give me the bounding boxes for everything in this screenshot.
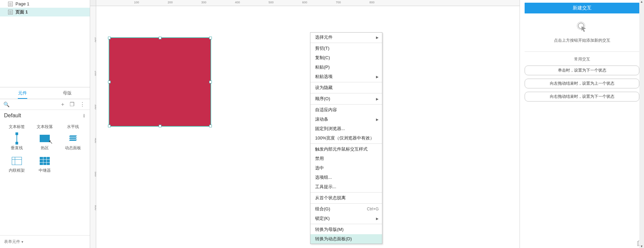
- menu-item-label: 粘贴选项: [315, 74, 333, 80]
- search-icon[interactable]: 🔍: [3, 101, 10, 108]
- more-icon[interactable]: ⋮: [78, 101, 86, 108]
- resize-handle[interactable]: [159, 37, 161, 39]
- resize-handle[interactable]: [108, 37, 111, 39]
- menu-item-label: 锁定(K): [315, 215, 330, 221]
- page-icon: [8, 2, 13, 6]
- context-menu-item[interactable]: 触发内部元件鼠标交互样式: [310, 144, 382, 154]
- menu-separator: [310, 43, 382, 43]
- context-menu: 选择元件▶剪切(T)复制(C)粘贴(P)粘贴选项▶设为隐藏顺序(O)▶自适应内容…: [310, 32, 382, 244]
- scrollbar-vertical[interactable]: ▲ ▼: [639, 0, 644, 248]
- context-menu-item[interactable]: 复制(C): [310, 53, 382, 63]
- canvas-inner[interactable]: 选择元件▶剪切(T)复制(C)粘贴(P)粘贴选项▶设为隐藏顺序(O)▶自适应内容…: [96, 6, 520, 248]
- context-menu-item[interactable]: 转换为动态面板(D): [310, 234, 382, 244]
- context-menu-item[interactable]: 组合(G)Ctrl+G: [310, 204, 382, 214]
- library-tabs: 元件 母版: [0, 87, 90, 99]
- widget-dynamic-panel[interactable]: 动态面板: [59, 131, 87, 154]
- menu-separator: [310, 93, 382, 93]
- widget-vertical-line[interactable]: 垂直线: [3, 131, 31, 154]
- section-label: 表单元件: [4, 239, 20, 245]
- submenu-arrow-icon: ▶: [376, 75, 379, 79]
- submenu-arrow-icon: ▶: [376, 97, 379, 101]
- context-menu-item[interactable]: 选择元件▶: [310, 33, 382, 42]
- menu-item-label: 禁用: [315, 156, 324, 162]
- resize-handle[interactable]: [209, 81, 212, 83]
- context-menu-item[interactable]: 转换为母版(M): [310, 225, 382, 234]
- widget-repeater[interactable]: 中继器: [31, 154, 59, 176]
- resize-handle[interactable]: [209, 37, 212, 39]
- library-name-label: Default: [4, 113, 21, 119]
- scroll-up-icon[interactable]: ▲: [639, 0, 644, 3]
- widget-horizontal-line[interactable]: 水平线: [59, 123, 87, 131]
- menu-item-label: 选项组...: [315, 174, 332, 180]
- menu-item-label: 转换为动态面板(D): [315, 236, 352, 242]
- resize-handle[interactable]: [209, 125, 212, 127]
- menu-item-label: 组合(G): [315, 206, 330, 212]
- tab-masters[interactable]: 母版: [45, 87, 90, 99]
- menu-item-label: 粘贴(P): [315, 64, 330, 70]
- menu-shortcut: Ctrl+G: [367, 207, 379, 211]
- context-menu-item[interactable]: 禁用: [310, 154, 382, 163]
- context-menu-item[interactable]: 粘贴选项▶: [310, 72, 382, 81]
- ruler-tick: 500: [268, 1, 273, 4]
- context-menu-item[interactable]: 从首个状态脱离: [310, 193, 382, 203]
- submenu-arrow-icon: ▶: [376, 217, 379, 220]
- widget-text-paragraph[interactable]: 文本段落: [31, 123, 59, 131]
- library-selector[interactable]: Default ▲▼: [0, 110, 90, 121]
- library-section-form[interactable]: 表单元件▼: [0, 235, 90, 248]
- ruler-corner: [90, 0, 96, 6]
- new-interaction-button[interactable]: 新建交互: [525, 3, 639, 13]
- resize-handle[interactable]: [108, 81, 111, 83]
- context-menu-item[interactable]: 自适应内容: [310, 105, 382, 115]
- context-menu-item[interactable]: 选项组...: [310, 173, 382, 182]
- interaction-hint: 点击上方按钮开始添加新的交互: [525, 38, 639, 43]
- context-menu-item[interactable]: 设为隐藏: [310, 83, 382, 92]
- page-item[interactable]: Page 1: [0, 0, 90, 8]
- menu-item-label: 剪切(T): [315, 45, 330, 51]
- menu-separator: [310, 104, 382, 105]
- common-interaction-button[interactable]: 向左拖动结束时，设置为上一个状态: [525, 79, 639, 88]
- common-interaction-button[interactable]: 向右拖动结束时，设置为下一个状态: [525, 92, 639, 101]
- context-menu-item[interactable]: 工具提示...: [310, 182, 382, 192]
- widget-inline-frame[interactable]: 内联框架: [3, 154, 31, 176]
- context-menu-item[interactable]: 选中: [310, 163, 382, 173]
- canvas-area[interactable]: 100200300400500600700800 100200300400500…: [90, 0, 520, 248]
- interaction-placeholder: [525, 20, 639, 34]
- panel-icon: [69, 135, 77, 142]
- context-menu-item[interactable]: 锁定(K)▶: [310, 214, 382, 223]
- selected-rectangle[interactable]: [109, 38, 211, 126]
- click-cursor-icon: [575, 20, 589, 34]
- updown-icon: ▲▼: [82, 113, 86, 118]
- context-menu-item[interactable]: 100%宽度（仅浏览器中有效）: [310, 133, 382, 143]
- context-menu-item[interactable]: 顺序(O)▶: [310, 94, 382, 104]
- right-panel: 新建交互 点击上方按钮开始添加新的交互 常用交互 单击时，设置为下一个状态 向左…: [520, 0, 644, 248]
- menu-item-label: 固定到浏览器...: [315, 126, 345, 132]
- triangle-down-icon: ▼: [21, 240, 24, 244]
- widget-hotspot[interactable]: ↖ 热区: [31, 131, 59, 154]
- scroll-down-icon[interactable]: ▼: [639, 245, 644, 248]
- menu-item-label: 设为隐藏: [315, 85, 333, 91]
- context-menu-item[interactable]: 剪切(T): [310, 44, 382, 53]
- page-item-selected[interactable]: 页面 1: [0, 8, 90, 16]
- common-interaction-button[interactable]: 单击时，设置为下一个状态: [525, 66, 639, 75]
- submenu-arrow-icon: ▶: [376, 118, 379, 121]
- ruler-tick: 400: [235, 1, 240, 4]
- menu-item-label: 自适应内容: [315, 107, 337, 113]
- widget-text-label[interactable]: 文本标签: [3, 123, 31, 131]
- pages-list: Page 1 页面 1: [0, 0, 90, 87]
- context-menu-item[interactable]: 固定到浏览器...: [310, 124, 382, 133]
- menu-item-label: 转换为母版(M): [315, 226, 344, 233]
- context-menu-item[interactable]: 滚动条▶: [310, 115, 382, 124]
- widgets-grid: 文本标签 文本段落 水平线 垂直线 ↖ 热区 动态面板 内联框架 中继器: [0, 121, 90, 177]
- divider: [525, 51, 639, 52]
- context-menu-item[interactable]: 粘贴(P): [310, 63, 382, 72]
- add-icon[interactable]: +: [60, 101, 66, 108]
- duplicate-icon[interactable]: ❐: [68, 101, 76, 108]
- tab-widgets[interactable]: 元件: [0, 87, 45, 99]
- widget-label: 热区: [41, 145, 49, 151]
- menu-separator: [310, 192, 382, 193]
- submenu-arrow-icon: ▶: [376, 36, 379, 39]
- resize-handle[interactable]: [159, 125, 161, 127]
- widget-label: 动态面板: [65, 145, 81, 151]
- resize-handle[interactable]: [108, 125, 111, 127]
- library-toolbar: 🔍 + ❐ ⋮: [0, 99, 90, 110]
